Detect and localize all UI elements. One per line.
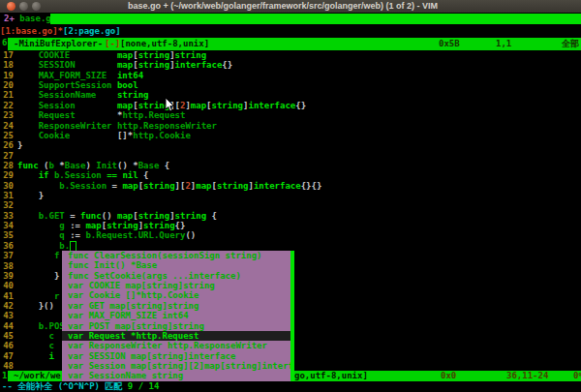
buffer-item-page-go[interactable]: [2:page.go] [63, 26, 121, 36]
line-number: 32 [0, 200, 14, 210]
status-cursor-pos: 36,11-24 [506, 371, 548, 381]
code-text: } [17, 140, 22, 150]
popup-item[interactable]: func SetCookie(args ...interface) [62, 271, 294, 281]
code-text: := [70, 221, 85, 230]
code-text: () [102, 211, 117, 221]
line-number: 46 [0, 341, 14, 350]
code-line[interactable]: 22 Session map[string][2]map[string]inte… [0, 101, 581, 110]
code-text: q [17, 230, 70, 240]
code-text: string [217, 181, 249, 191]
code-text: Cookie [17, 131, 117, 140]
code-text: map [117, 211, 133, 221]
code-text: string [175, 50, 207, 60]
buffer-item-base-go[interactable]: [1:base.go]* [0, 26, 63, 36]
code-text: http.ResponseWriter [117, 121, 217, 131]
popup-item[interactable]: var Session map[string][2]map[string]int… [62, 361, 294, 371]
close-button[interactable] [7, 2, 15, 11]
code-line[interactable]: 29 if b.Session == nil { [0, 170, 581, 180]
popup-item[interactable]: var MAX_FORM_SIZE int64 [62, 311, 294, 320]
code-text: Base [138, 161, 160, 170]
code-line[interactable]: 19 MAX_FORM_SIZE int64 [0, 71, 581, 80]
popup-item[interactable]: var Request *http.Request [62, 331, 294, 341]
popup-scrollbar[interactable] [290, 251, 294, 381]
popup-item[interactable]: var Cookie []*http.Cookie [62, 290, 294, 300]
popup-item[interactable]: var POST map[string]string [62, 321, 294, 331]
line-number: 40 [0, 281, 14, 290]
code-text: i [17, 351, 54, 361]
code-text: map [191, 101, 206, 110]
line-number: 18 [0, 60, 14, 70]
code-text: string [138, 60, 170, 70]
code-text: interface [254, 181, 301, 191]
code-line[interactable]: 23 Request *http.Request [0, 110, 581, 120]
line-number: 21 [0, 90, 14, 100]
line-number: 24 [0, 121, 14, 131]
mbe-buffer-number: 6 [2, 38, 7, 47]
popup-item[interactable]: var SessionName string [62, 371, 294, 380]
popup-item[interactable]: var GET map[string]string [62, 301, 294, 311]
code-line[interactable]: 18 SESSION map[string]interface{} [0, 60, 581, 70]
code-line[interactable]: 31 } [0, 191, 581, 200]
code-text: }() [17, 301, 54, 311]
popup-item[interactable]: var ResponseWriter http.ResponseWriter [62, 341, 294, 350]
maximize-button[interactable] [32, 2, 41, 11]
vim-window: base.go + (~/work/web/golanger/framework… [0, 0, 581, 392]
line-number: 26 [0, 140, 14, 150]
status-fileinfo: go,utf-8,unix] [294, 371, 368, 381]
line-number: 45 [0, 331, 14, 341]
status-hex-value: 0x0 [441, 371, 456, 381]
line-number: 19 [0, 71, 14, 80]
code-text: g [17, 221, 70, 230]
popup-item[interactable]: func Init() *Base [62, 260, 294, 270]
code-text: := [70, 230, 85, 240]
code-line[interactable]: 36 b. [0, 241, 581, 251]
code-text: Session [17, 101, 117, 110]
code-text: {} [295, 101, 306, 110]
status-buffer-number: 1 [2, 371, 7, 380]
code-text: int64 [117, 71, 143, 80]
code-text: COOKIE [17, 50, 117, 60]
code-line[interactable]: 30 b.Session = map[string][2]map[string]… [0, 181, 581, 191]
mouse-cursor [165, 97, 176, 113]
window-title: base.go + (~/work/web/golanger/framework… [128, 1, 438, 11]
mbe-scroll-pos: 全部 [562, 38, 579, 50]
code-text: func [80, 211, 102, 221]
mbe-name: -MiniBufExplorer- [14, 38, 108, 50]
code-line[interactable]: 24 ResponseWriter http.ResponseWriter [0, 121, 581, 131]
code-text: Request [17, 110, 117, 120]
minimize-button[interactable] [19, 2, 28, 11]
code-line[interactable]: 34 g := map[string]string{} [0, 221, 581, 230]
line-number: 37 [0, 251, 14, 260]
code-line[interactable]: 17 COOKIE map[string]string [0, 50, 581, 60]
line-number: 36 [0, 241, 14, 251]
tab-window-count: 2+ [4, 14, 19, 23]
code-text: string [212, 101, 244, 110]
line-number: 20 [0, 80, 14, 90]
code-line[interactable]: 32 [0, 200, 581, 210]
line-number: 23 [0, 110, 14, 120]
mbe-statusline-fill: -MiniBufExplorer- [-] [none,utf-8,unix] … [8, 38, 581, 50]
code-text: map [85, 221, 101, 230]
code-line[interactable]: 28func (b *Base) Init() *Base { [0, 161, 581, 170]
code-line[interactable]: 25 Cookie []*http.Cookie [0, 131, 581, 140]
code-text: MAX_FORM_SIZE [17, 71, 117, 80]
code-text: map [196, 181, 211, 191]
code-line[interactable]: 33 b.GET = func() map[string]string { [0, 211, 581, 221]
code-text: r [17, 291, 59, 301]
popup-item[interactable]: var COOKIE map[string]string [62, 281, 294, 290]
code-line[interactable]: 26} [0, 140, 581, 150]
code-line[interactable]: 20 SupportSession bool [0, 80, 581, 90]
tab-base-go[interactable]: 2+ base.go [4, 14, 56, 23]
popup-item[interactable]: var SESSION map[string]interface [62, 351, 294, 361]
code-line[interactable]: 21 SessionName string [0, 90, 581, 100]
code-line[interactable]: 35 q := b.Request.URL.Query() [0, 230, 581, 240]
code-line[interactable]: 27 [0, 151, 581, 161]
code-text: interface [175, 60, 223, 70]
code-text: {} [222, 60, 232, 70]
line-number: 35 [0, 230, 14, 240]
tab-line: 2+ base.go [0, 13, 581, 25]
code-text: map [122, 181, 138, 191]
code-text: ) [85, 161, 96, 170]
popup-item[interactable]: func ClearSession(sessionSign string) [62, 251, 294, 260]
tab-line-fill [50, 14, 581, 24]
